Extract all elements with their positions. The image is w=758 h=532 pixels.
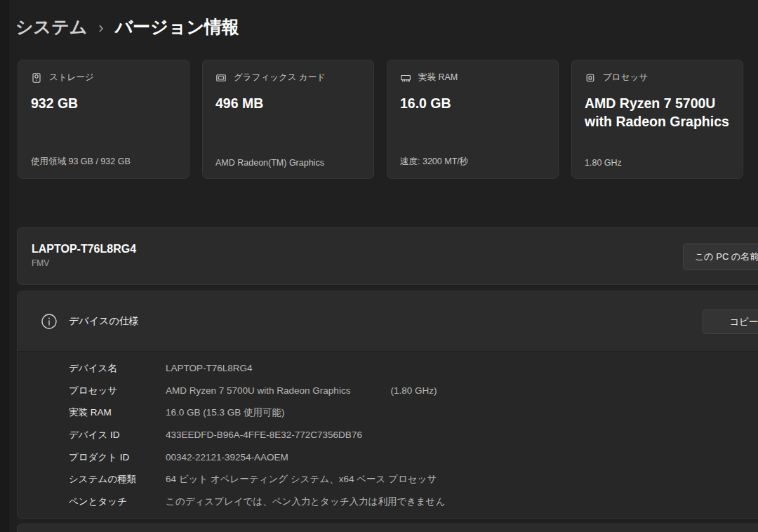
ram-card-caption: 速度: 3200 MT/秒	[400, 156, 468, 168]
device-model: FMV	[32, 258, 758, 268]
spec-row-product-id: プロダクト ID 00342-22121-39254-AAOEM	[18, 446, 758, 469]
spec-label: デバイス名	[69, 362, 166, 375]
ram-card: 実装 RAM 16.0 GB 速度: 3200 MT/秒	[387, 60, 559, 179]
device-specs-card: デバイスの仕様 コピー デバイス名 LAPTOP-T76L8RG4 プロセッサ …	[17, 291, 758, 519]
spec-label: ペンとタッチ	[69, 496, 166, 508]
page-title: バージョン情報	[115, 15, 239, 39]
processor-card: プロセッサ AMD Ryzen 7 5700U with Radeon Grap…	[571, 60, 743, 179]
spec-label: システムの種類	[69, 473, 166, 486]
ram-card-label: 実装 RAM	[418, 72, 458, 84]
breadcrumb-system-link[interactable]: システム	[15, 15, 87, 39]
storage-card: ストレージ 932 GB 使用領域 93 GB / 932 GB	[18, 60, 190, 179]
ram-icon	[400, 72, 411, 84]
summary-cards-row: ストレージ 932 GB 使用領域 93 GB / 932 GB グラフィックス…	[18, 60, 743, 179]
graphics-card-value: 496 MB	[215, 94, 361, 112]
spec-row-ram: 実装 RAM 16.0 GB (15.3 GB 使用可能)	[18, 401, 758, 424]
spec-row-pen-touch: ペンとタッチ このディスプレイでは、ペン入力とタッチ入力は利用できません	[18, 491, 758, 513]
graphics-card-caption: AMD Radeon(TM) Graphics	[215, 158, 324, 168]
left-edge-strip	[0, 0, 9, 532]
spec-value: このディスプレイでは、ペン入力とタッチ入力は利用できません	[166, 496, 445, 508]
device-specs-expander-header[interactable]: デバイスの仕様 コピー	[18, 291, 758, 352]
spec-value: AMD Ryzen 7 5700U with Radeon Graphics	[166, 385, 350, 396]
processor-card-value: AMD Ryzen 7 5700U with Radeon Graphics	[585, 94, 730, 131]
spec-label: 実装 RAM	[69, 406, 166, 419]
device-specs-title: デバイスの仕様	[69, 315, 139, 328]
chevron-right-icon: ›	[98, 19, 103, 36]
spec-row-processor: プロセッサ AMD Ryzen 7 5700U with Radeon Grap…	[18, 380, 758, 402]
copy-button[interactable]: コピー	[703, 310, 758, 334]
graphics-card-label: グラフィックス カード	[234, 72, 326, 84]
spec-value: 64 ビット オペレーティング システム、x64 ベース プロセッサ	[166, 473, 437, 486]
spec-row-device-name: デバイス名 LAPTOP-T76L8RG4	[18, 357, 758, 380]
settings-about-page: システム › バージョン情報 ストレージ 932 GB 使用領域 93 GB /…	[0, 0, 758, 532]
storage-icon	[31, 72, 42, 84]
storage-card-header: ストレージ	[31, 72, 176, 84]
spec-value: 433EEDFD-B96A-4FFE-8E32-772C7356DB76	[166, 430, 362, 440]
processor-icon	[585, 72, 596, 84]
spec-row-system-type: システムの種類 64 ビット オペレーティング システム、x64 ベース プロセ…	[18, 468, 758, 491]
storage-card-value: 932 GB	[31, 94, 176, 112]
graphics-card: グラフィックス カード 496 MB AMD Radeon(TM) Graphi…	[202, 60, 374, 179]
rename-pc-button[interactable]: この PC の名前を変更	[683, 244, 758, 270]
processor-card-label: プロセッサ	[603, 72, 648, 84]
spec-value: 00342-22121-39254-AAOEM	[166, 452, 288, 463]
ram-card-value: 16.0 GB	[400, 94, 545, 112]
device-specs-body: デバイス名 LAPTOP-T76L8RG4 プロセッサ AMD Ryzen 7 …	[18, 352, 758, 513]
spec-label: プロダクト ID	[69, 451, 166, 464]
info-icon	[41, 313, 58, 330]
processor-card-caption: 1.80 GHz	[585, 158, 622, 168]
spec-label: デバイス ID	[69, 429, 166, 441]
spec-value: LAPTOP-T76L8RG4	[166, 363, 253, 373]
spec-label: プロセッサ	[69, 385, 166, 397]
spec-row-device-id: デバイス ID 433EEDFD-B96A-4FFE-8E32-772C7356…	[18, 424, 758, 446]
spec-value: 16.0 GB (15.3 GB 使用可能)	[166, 406, 285, 419]
storage-card-caption: 使用領域 93 GB / 932 GB	[31, 156, 131, 168]
ram-card-header: 実装 RAM	[400, 72, 545, 84]
graphics-card-header: グラフィックス カード	[215, 72, 361, 84]
next-section-stub	[17, 524, 758, 532]
spec-value-clock: (1.80 GHz)	[390, 385, 437, 396]
device-name-banner: LAPTOP-T76L8RG4 FMV この PC の名前を変更	[17, 227, 758, 285]
breadcrumb: システム › バージョン情報	[15, 15, 239, 39]
processor-card-header: プロセッサ	[585, 72, 730, 84]
device-name: LAPTOP-T76L8RG4	[32, 242, 758, 256]
storage-card-label: ストレージ	[49, 72, 94, 84]
graphics-card-icon	[215, 72, 227, 84]
